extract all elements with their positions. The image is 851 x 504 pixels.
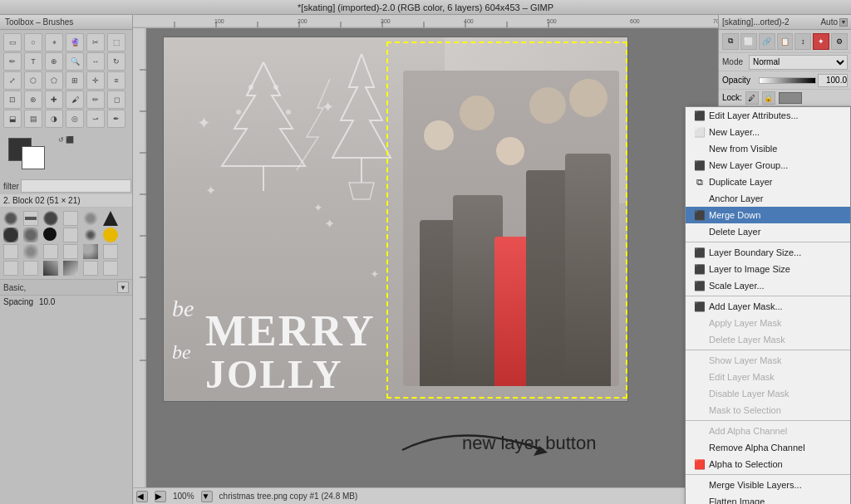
brush-item[interactable]: [63, 211, 78, 226]
tool-btn-ellipse[interactable]: ○: [24, 33, 42, 51]
tool-btn-align[interactable]: ≡: [107, 71, 125, 90]
layer-icon-3[interactable]: 🔗: [759, 33, 775, 50]
brush-item[interactable]: [83, 244, 98, 259]
toolbox-header: Toolbox – Brushes: [0, 15, 132, 30]
tool-btn-path[interactable]: ✏: [3, 52, 22, 71]
opacity-input[interactable]: [818, 74, 848, 87]
brush-item[interactable]: [103, 261, 118, 276]
layer-icon-1[interactable]: ⧉: [722, 33, 739, 50]
brush-item[interactable]: [63, 261, 78, 276]
tool-btn-rotate[interactable]: ↻: [107, 52, 125, 71]
menu-merge-down[interactable]: ⬛ Merge Down: [686, 207, 850, 223]
brush-item[interactable]: [103, 244, 118, 259]
svg-text:500: 500: [547, 18, 557, 24]
foreground-color[interactable]: [22, 146, 45, 169]
tool-btn-gradient[interactable]: ▤: [24, 110, 42, 128]
brush-item[interactable]: [43, 211, 58, 226]
tool-btn-rect[interactable]: ▭: [3, 33, 22, 51]
svg-text:200: 200: [298, 18, 307, 24]
delete-mask-icon: [694, 334, 706, 345]
layer-icon-2[interactable]: ⬜: [740, 33, 757, 50]
menu-remove-alpha-channel[interactable]: Remove Alpha Channel: [686, 439, 850, 456]
tool-btn-fuzzy[interactable]: 🔮: [66, 33, 84, 51]
tool-btn-foreground[interactable]: ⬚: [107, 33, 125, 51]
tool-btn-pencil[interactable]: ✏: [86, 91, 105, 109]
brush-item[interactable]: [83, 211, 98, 226]
canvas-content[interactable]: ✦ ✦ ✦ ✦: [146, 28, 718, 487]
status-btn-back[interactable]: ◀: [136, 491, 148, 502]
menu-new-layer-group[interactable]: ⬛ New Layer Group...: [686, 157, 850, 174]
menu-edit-layer-mask: Edit Layer Mask: [686, 369, 850, 385]
brush-item[interactable]: [43, 228, 57, 241]
brush-item[interactable]: [3, 211, 18, 226]
tool-btn-shear[interactable]: ⬡: [24, 71, 42, 90]
menu-layer-to-image-size[interactable]: ⬛ Layer to Image Size: [686, 261, 850, 277]
menu-merge-visible-layers[interactable]: Merge Visible Layers...: [686, 477, 850, 493]
brush-item[interactable]: [83, 228, 98, 242]
opacity-slider[interactable]: [759, 77, 816, 84]
tool-btn-text[interactable]: T: [24, 52, 42, 71]
canvas-image[interactable]: ✦ ✦ ✦ ✦: [163, 37, 628, 402]
tool-btn-dodge[interactable]: ◑: [45, 110, 63, 128]
tool-btn-perspective[interactable]: ⬠: [45, 71, 63, 90]
layer-icon-7[interactable]: ⚙: [831, 33, 848, 50]
tool-btn-fill[interactable]: ⬓: [3, 110, 22, 128]
brush-item[interactable]: [103, 228, 118, 242]
opacity-label: Opacity: [722, 76, 757, 85]
brush-item[interactable]: [43, 244, 58, 259]
tool-btn-paint[interactable]: 🖌: [66, 91, 84, 109]
tool-btn-measure[interactable]: ⊕: [45, 52, 63, 71]
tool-btn-lasso[interactable]: ⌖: [45, 33, 63, 51]
tool-btn-scale-t[interactable]: ⤢: [3, 71, 22, 90]
lock-position-btn[interactable]: 🔒: [762, 91, 775, 105]
brush-item[interactable]: [23, 211, 38, 226]
lock-pixels-btn[interactable]: 🖊: [745, 91, 759, 105]
brush-item[interactable]: [23, 228, 38, 242]
menu-duplicate-layer[interactable]: ⧉ Duplicate Layer: [686, 174, 850, 190]
menu-scale-layer[interactable]: ⬛ Scale Layer...: [686, 277, 850, 294]
tool-btn-select[interactable]: ✂: [86, 33, 105, 51]
tool-btn-ink[interactable]: ✒: [107, 110, 125, 128]
ruler-top: 100 200 300 400 500 600 700: [133, 15, 718, 28]
brush-item[interactable]: [3, 244, 18, 259]
brush-item[interactable]: [63, 228, 78, 242]
tool-btn-erase[interactable]: ◻: [107, 91, 125, 109]
tool-btn-blur[interactable]: ◎: [66, 110, 84, 128]
menu-edit-layer-attributes[interactable]: ⬛ Edit Layer Attributes...: [686, 107, 850, 124]
tool-btn-move[interactable]: ✛: [86, 71, 105, 90]
layer-icon-5[interactable]: ↕: [794, 33, 811, 50]
tool-btn-smudge[interactable]: ⤻: [86, 110, 105, 128]
brush-item[interactable]: [23, 244, 38, 259]
menu-anchor-layer[interactable]: Anchor Layer: [686, 190, 850, 207]
color-swatch[interactable]: [8, 138, 50, 171]
brush-filter-input[interactable]: [21, 179, 131, 193]
brush-item[interactable]: [3, 261, 18, 276]
brush-item[interactable]: [23, 261, 38, 276]
brush-item[interactable]: [63, 244, 78, 259]
expand-icon[interactable]: ▼: [117, 281, 129, 293]
brush-item[interactable]: [103, 211, 118, 226]
menu-alpha-to-selection[interactable]: 🟥 Alpha to Selection: [686, 456, 850, 472]
menu-delete-layer[interactable]: Delete Layer: [686, 223, 850, 240]
menu-add-layer-mask[interactable]: ⬛ Add Layer Mask...: [686, 298, 850, 315]
tool-btn-zoom[interactable]: 🔍: [66, 52, 84, 71]
tool-btn-flip[interactable]: ↔: [86, 52, 105, 71]
layers-menu-icon[interactable]: ▼: [839, 18, 848, 27]
menu-layer-boundary-size[interactable]: ⬛ Layer Boundary Size...: [686, 244, 850, 261]
status-btn-fwd[interactable]: ▶: [155, 491, 166, 502]
brush-item[interactable]: [3, 228, 18, 242]
mode-select[interactable]: Normal: [749, 55, 848, 70]
layer-icon-6[interactable]: ✦: [813, 33, 829, 50]
menu-flatten-image[interactable]: Flatten Image: [686, 493, 850, 504]
layer-icon-4[interactable]: 📋: [777, 33, 794, 50]
brush-item[interactable]: [43, 261, 58, 276]
remove-alpha-icon: [694, 442, 706, 453]
tool-btn-transform[interactable]: ⊞: [66, 71, 84, 90]
status-zoom-btn[interactable]: ▼: [201, 491, 213, 502]
tool-btn-crop[interactable]: ⊡: [3, 91, 22, 109]
menu-new-layer[interactable]: ⬜ New Layer...: [686, 124, 850, 140]
tool-btn-heal[interactable]: ✚: [45, 91, 63, 109]
brush-item[interactable]: [83, 261, 98, 276]
menu-new-from-visible[interactable]: New from Visible: [686, 140, 850, 157]
tool-btn-clone[interactable]: ⊛: [24, 91, 42, 109]
